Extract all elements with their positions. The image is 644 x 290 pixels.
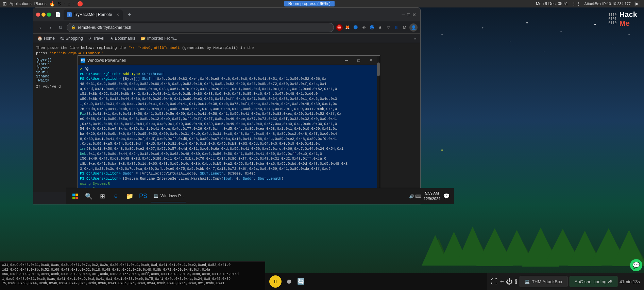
taskbar-explorer-btn[interactable]: 📁: [123, 190, 136, 202]
bookmark-travel[interactable]: ✈ Travel: [88, 36, 104, 41]
thm-footer-icon-1[interactable]: ⛶: [491, 278, 498, 286]
svg-point-2: [482, 28, 484, 29]
browser-min-btn[interactable]: [41, 13, 46, 17]
refresh-button[interactable]: ↻: [56, 23, 65, 32]
svg-marker-31: [568, 231, 602, 266]
bookmarks-icon: ★: [110, 36, 114, 41]
svg-marker-29: [544, 229, 581, 266]
shellcoding-button[interactable]: AoC shellcoding v5: [570, 276, 617, 287]
ps-min-btn[interactable]: ─: [340, 56, 353, 65]
svg-point-7: [578, 38, 578, 38]
svg-marker-20: [462, 235, 490, 261]
system-bar-right: Mon 9 Dec, 05:51 ⋮⋮ AttackBox IP:10.10.2…: [536, 1, 644, 6]
ps-content[interactable]: > "@ PS C:\Users\glitch> Add-Type $CrtTh…: [78, 65, 380, 194]
window-close-btn[interactable]: ✕: [412, 12, 416, 17]
hackme-logo: 111001010110 HackMe: [608, 10, 637, 28]
ps-max-btn[interactable]: □: [353, 56, 365, 65]
svg-marker-16: [428, 238, 449, 262]
new-tab-button[interactable]: +: [125, 11, 134, 19]
extension-icons: ⛔ 🦊 🔵 👁 🌀 ♟ 🛡 B M 👤: [336, 23, 418, 32]
taskbar-notify-icons: 🔊 ⌨: [409, 194, 421, 199]
tab-close-btn[interactable]: ✕: [116, 13, 119, 17]
taskbar-notification-btn[interactable]: 💬: [443, 193, 450, 199]
browser-toolbar: ‹ › ↻ 🔒 remote-eu-29.tryhackme.tech ⛔ 🦊 …: [33, 21, 420, 34]
taskbar-powershell-btn[interactable]: PS: [137, 190, 149, 202]
applications-menu[interactable]: Applications: [10, 1, 32, 6]
browser-close-btn[interactable]: [36, 13, 40, 17]
clock-time: 5:59 AM: [424, 191, 440, 196]
ps-titlebar: PS Windows PowerShell ─ □ ✕: [78, 56, 380, 65]
browser-max-btn[interactable]: [47, 13, 51, 17]
term-line-4: 1,0xc9,0x48,0x31,0xc0,0xac,0x41,0xc1,0xc…: [2, 277, 263, 282]
pause-button[interactable]: ⏸: [269, 275, 282, 288]
windows-taskbar: 🔍 ⊞ e 📁 PS 💻 Windows P... 🔊 ⌨ 5:59 AM 12…: [66, 188, 454, 204]
ps-line-9: Fix88,0x41,0x1,0xd0,0x41,0x58,0x41,0x58,…: [80, 111, 378, 116]
more-bookmarks-icon[interactable]: »: [414, 36, 416, 41]
window-max-btn[interactable]: □: [407, 12, 410, 17]
svg-marker-18: [445, 240, 469, 264]
ext-icon-1[interactable]: ⛔: [336, 24, 343, 31]
term-line-3: x50,0x8b,0x48,0x18,0x44,0x8b,0x40,0x20,0…: [2, 272, 263, 277]
ps-line-16: lmn50,0x41,0x50,0x48,0x89,0xe2,0x57,0x57…: [80, 146, 378, 151]
bookmark-bookmarks[interactable]: ★ Bookmarks: [110, 36, 135, 41]
taskbar-search-btn[interactable]: 🔍: [83, 190, 95, 202]
attackbox-icon: 💻: [525, 279, 530, 284]
ext-icon-2[interactable]: 🦊: [344, 24, 351, 31]
ps-scrollbar-thumb[interactable]: [377, 62, 380, 76]
browser-tab-active[interactable]: T TryHackMe | Remote ✕: [64, 10, 123, 20]
shopping-label: Shopping: [66, 36, 83, 41]
ps-scrollbar[interactable]: [377, 56, 380, 194]
svg-marker-17: [422, 235, 449, 266]
url-bar[interactable]: 🔒 remote-eu-29.tryhackme.tech: [67, 23, 334, 32]
ps-line-2: PS C:\Users\glitch> [Byte[]] $buf = 0xfc…: [80, 76, 378, 81]
thm-footer-icon-4[interactable]: ℹ: [515, 277, 518, 286]
taskbar-clock: 5:59 AM 12/9/2024: [424, 191, 440, 201]
ps-line-17: Deb,0x1,0x48,0x8d,0x44,0x24,0x18,0xc6,0x…: [80, 151, 378, 157]
ext-icon-5[interactable]: 🌀: [369, 24, 375, 31]
content-line-2: press '\r''\b6vCjm64lDTnnboGi': [36, 51, 418, 55]
forward-button[interactable]: ›: [46, 23, 54, 32]
taskbar-right: 🔊 ⌨ 5:59 AM 12/9/2024 💬: [409, 191, 454, 201]
apps-grid-icon[interactable]: ⋮⋮: [572, 1, 581, 6]
thm-footer-icon-3[interactable]: ⏻: [506, 278, 513, 286]
ext-icon-4[interactable]: 👁: [360, 24, 367, 31]
window-min-btn[interactable]: ─: [402, 12, 405, 17]
dash2-separator: -: [73, 1, 74, 6]
datetime-display: Mon 9 Dec, 05:51: [536, 1, 568, 6]
svg-marker-24: [507, 238, 534, 261]
ext-icon-8[interactable]: B: [393, 24, 400, 31]
profile-icon[interactable]: 👤: [409, 23, 418, 32]
terminal-top-icon[interactable]: ▶: [634, 1, 640, 6]
terminal-strip: x31,0xc9,0x48,0x31,0xc0,0xac,0x3c,0x61,0…: [0, 261, 265, 290]
taskbar-edge-btn[interactable]: e: [110, 190, 122, 202]
bookmark-imported[interactable]: 📂 Imported From...: [141, 36, 177, 41]
ps-line-18: x50,0x49,0xff,0xc8,0x48,0x8d,0x4c,0x89,0…: [80, 156, 378, 161]
ps-line-11: ,0x56,0x49,0x89,0xe6,0x48,0x81,0xec,0xa0…: [80, 122, 378, 127]
bookmark-home[interactable]: 🏠 Home: [37, 36, 55, 41]
places-menu[interactable]: Places: [34, 1, 47, 6]
bottom-icon-2[interactable]: 🔄: [297, 278, 305, 285]
room-progress-badge: Room progress ( 96% ): [284, 1, 335, 6]
system-menu-icon[interactable]: ⊞: [3, 1, 7, 6]
notification-bubble[interactable]: 💬: [630, 259, 642, 271]
url-text: remote-eu-29.tryhackme.tech: [78, 25, 131, 30]
svg-marker-27: [522, 228, 559, 267]
travel-icon: ✈: [88, 36, 92, 41]
tab-favicon: T: [67, 12, 72, 17]
ext-icon-3[interactable]: 🔵: [352, 24, 359, 31]
taskbar-open-app[interactable]: 💻 Windows P...: [151, 190, 186, 202]
taskbar-taskview-btn[interactable]: ⊞: [96, 190, 108, 202]
ext-icon-9[interactable]: M: [401, 24, 408, 31]
ext-icon-6[interactable]: ♟: [377, 24, 384, 31]
bookmark-shopping[interactable]: 🛍 Shopping: [60, 36, 83, 41]
thm-footer-icon-2[interactable]: +: [500, 278, 504, 286]
dash-separator: -: [64, 1, 65, 6]
win-logo-yellow: [75, 194, 78, 196]
back-button[interactable]: ‹: [36, 23, 44, 32]
windows-start-button[interactable]: [69, 190, 81, 202]
ps-close-btn[interactable]: ✕: [365, 56, 377, 65]
ext-icon-7[interactable]: 🛡: [385, 24, 392, 31]
bottom-icon-1[interactable]: ⏺: [286, 278, 292, 285]
attackbox-button[interactable]: 💻 THM AttackBox: [520, 276, 567, 287]
svg-point-10: [629, 34, 630, 35]
